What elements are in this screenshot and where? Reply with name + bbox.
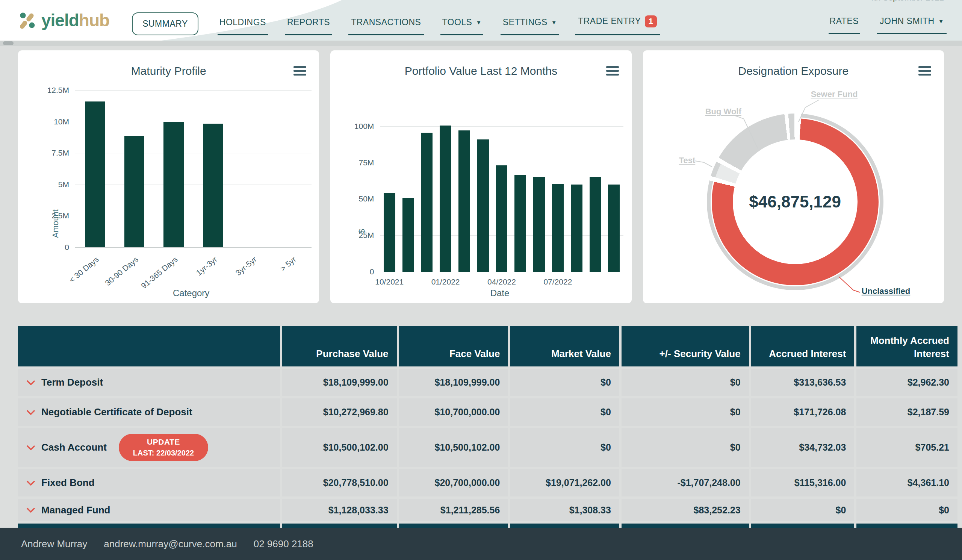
x-axis-tick-label: 04/2022 — [487, 278, 516, 286]
nav-item-tools[interactable]: TOOLS▼ — [442, 8, 481, 36]
table-cell-value: $0 — [621, 369, 749, 396]
table-cell-value: $1,128,033.33 — [282, 499, 397, 521]
table-row-label-fixed-bond[interactable]: Fixed Bond — [18, 469, 280, 497]
table-cell-value: $10,700,000.00 — [399, 399, 508, 426]
bar-series — [75, 90, 312, 247]
table-cell-value: $705.21 — [856, 428, 957, 467]
nav-item-transactions[interactable]: TRANSACTIONS — [351, 8, 421, 36]
nav-item-holdings[interactable]: HOLDINGS — [220, 8, 266, 36]
table-cell-value: $19,071,262.00 — [510, 469, 619, 497]
table-cell-value: $0 — [510, 369, 619, 396]
table-cell-value: $0 — [621, 399, 749, 426]
table-cell-value: $83,252.23 — [621, 499, 749, 521]
y-axis-title: $ — [357, 229, 367, 233]
y-axis-tick-label: 75M — [358, 158, 374, 167]
y-axis-tick-label: 0 — [370, 267, 374, 276]
pie-label-unclassified[interactable]: Unclassified — [862, 286, 910, 296]
nav-item-settings[interactable]: SETTINGS▼ — [503, 8, 557, 36]
y-axis-title: Amount — [51, 209, 60, 238]
yieldhub-logo[interactable]: yieldhub — [18, 10, 109, 31]
scrollbar-thumb[interactable] — [3, 41, 13, 45]
contact-email[interactable]: andrew.murray@curve.com.au — [104, 538, 237, 550]
bar-slot — [418, 90, 436, 272]
bar[interactable] — [203, 124, 223, 247]
table-cell-value: $34,732.03 — [751, 428, 854, 467]
bar-slot — [115, 90, 154, 247]
bar[interactable] — [440, 126, 451, 272]
chart-title: Portfolio Value Last 12 Months — [330, 65, 631, 77]
bar[interactable] — [402, 198, 414, 272]
column-header-empty — [18, 326, 280, 366]
nav-underline — [500, 34, 559, 36]
expand-chevron-icon[interactable] — [26, 480, 36, 486]
bar[interactable] — [571, 184, 583, 272]
table-row-label-cash-account[interactable]: Cash AccountUPDATELAST: 22/03/2022 — [18, 428, 280, 467]
main-nav: SUMMARYHOLDINGSREPORTSTRANSACTIONSTOOLS▼… — [132, 6, 657, 36]
bar[interactable] — [124, 136, 144, 247]
chart-menu-icon[interactable] — [294, 66, 306, 76]
table-cell-value: $2,187.59 — [856, 399, 957, 426]
bar[interactable] — [608, 184, 620, 272]
y-axis-tick-label: 100M — [354, 122, 374, 131]
bar[interactable] — [85, 102, 105, 247]
table-row-label-managed-fund[interactable]: Managed Fund — [18, 499, 280, 521]
y-axis-tick-label: 10M — [54, 117, 69, 126]
chart-menu-icon[interactable] — [918, 66, 931, 76]
pie-label-test[interactable]: Test — [679, 156, 696, 165]
bar[interactable] — [458, 131, 470, 272]
bar-slot — [492, 90, 511, 272]
table-row-label-negotiable-certificate-of-deposit[interactable]: Negotiable Certificate of Deposit — [18, 399, 280, 426]
x-axis-tick-label: 07/2022 — [543, 278, 572, 286]
holdings-summary-table: Purchase ValueFace ValueMarket Value+/- … — [18, 326, 944, 521]
portfolio-value-plot: 100M75M50M25M0 — [380, 90, 623, 272]
bar-slot — [530, 90, 549, 272]
expand-chevron-icon[interactable] — [26, 445, 36, 450]
nav-item-label: RATES — [830, 16, 859, 26]
nav-underline — [877, 33, 947, 34]
pie-label-sewer-fund[interactable]: Sewer Fund — [811, 89, 858, 99]
chart-menu-icon[interactable] — [606, 66, 619, 76]
table-cell-value: $1,308.33 — [510, 499, 619, 521]
logo-wordmark: yieldhub — [41, 10, 109, 31]
gridline — [380, 272, 623, 272]
expand-chevron-icon[interactable] — [26, 507, 36, 513]
bar-slot — [455, 90, 474, 272]
table-cell-value: $0 — [751, 499, 854, 521]
table-cell-value: $2,962.30 — [856, 369, 957, 396]
row-label-text: Negotiable Certificate of Deposit — [41, 406, 192, 418]
update-button[interactable]: UPDATELAST: 22/03/2022 — [119, 434, 208, 461]
nav-item-label: TRADE ENTRY1 — [578, 15, 657, 27]
table-cell-value: $18,109,999.00 — [282, 369, 397, 396]
table-row-label-term-deposit[interactable]: Term Deposit — [18, 369, 280, 396]
horizontal-scrollbar[interactable] — [0, 40, 962, 46]
bar-slot — [272, 90, 312, 247]
row-label-text: Managed Fund — [41, 504, 110, 516]
current-date: 4th September 2022 — [869, 0, 944, 3]
bar-slot — [436, 90, 455, 272]
nav-item-reports[interactable]: REPORTS — [287, 8, 330, 36]
nav-item-label: SUMMARY — [142, 19, 188, 29]
bar[interactable] — [421, 133, 433, 272]
nav-item-summary[interactable]: SUMMARY — [132, 12, 199, 36]
column-header-market-value: Market Value — [510, 326, 619, 366]
bar[interactable] — [163, 122, 183, 247]
bar[interactable] — [533, 177, 545, 272]
nav-item-rates[interactable]: RATES — [830, 6, 859, 34]
expand-chevron-icon[interactable] — [26, 380, 36, 385]
bar[interactable] — [589, 177, 601, 272]
bar-slot — [473, 90, 492, 272]
bar[interactable] — [496, 165, 508, 272]
expand-chevron-icon[interactable] — [26, 410, 36, 415]
column-header-face-value: Face Value — [399, 326, 508, 366]
y-axis-tick-label: 0 — [65, 243, 69, 252]
row-label-text: Fixed Bond — [41, 477, 95, 489]
top-navigation-bar: yieldhub SUMMARYHOLDINGSREPORTSTRANSACTI… — [0, 0, 962, 40]
bar-slot — [511, 90, 530, 272]
bar[interactable] — [515, 175, 526, 272]
bar[interactable] — [384, 193, 395, 272]
nav-item-trade-entry[interactable]: TRADE ENTRY1 — [578, 6, 657, 36]
nav-item-john-smith[interactable]: JOHN SMITH▼ — [880, 6, 944, 34]
bar[interactable] — [477, 139, 489, 272]
pie-label-bug-wolf[interactable]: Bug Wolf — [705, 107, 741, 116]
bar[interactable] — [552, 184, 564, 272]
